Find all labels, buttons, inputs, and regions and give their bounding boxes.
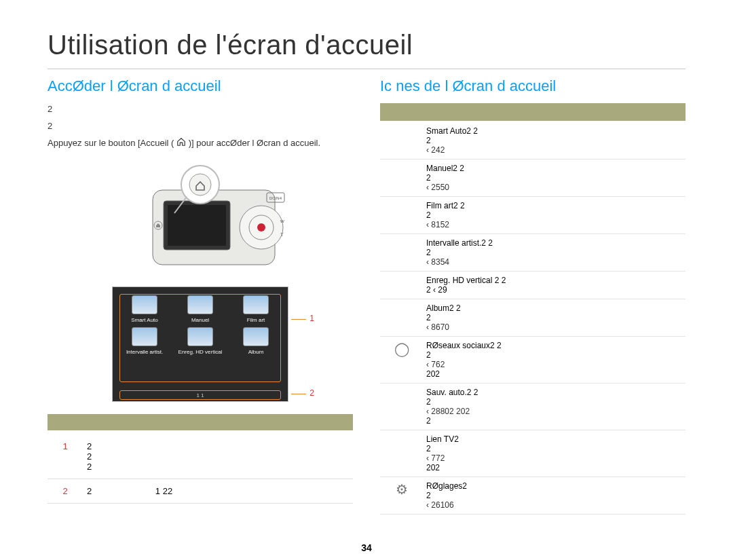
device-illustration: DCIN4 w T: [48, 163, 353, 278]
left-heading: AccØder l Øcran d accueil: [48, 77, 353, 95]
mode-icon: [380, 430, 424, 477]
mode-description: Album2 22‹ 8670: [424, 299, 685, 337]
mode-description: Manuel2 22‹ 2550: [424, 160, 685, 197]
svg-text:DCIN4: DCIN4: [269, 196, 282, 200]
right-heading: Ic nes de l Øcran d accueil: [380, 77, 685, 95]
mode-description: RØglages22‹ 26106: [424, 477, 685, 515]
annotation: 1: [309, 314, 314, 323]
instr-prefix: Appuyez sur le bouton [Accueil (: [48, 138, 174, 148]
mode-description: Enreg. HD vertical 2 22 ‹ 29: [424, 272, 685, 299]
left-column: AccØder l Øcran d accueil 2 2 Appuyez su…: [48, 77, 353, 515]
mode-icon: ◯: [380, 337, 424, 384]
instr-suffix: )] pour accØder l Øcran d accueil.: [189, 138, 320, 148]
icon-row: Album2 22‹ 8670: [380, 299, 685, 337]
icon-row: ⚙RØglages22‹ 26106: [380, 477, 685, 515]
icon-row: Enreg. HD vertical 2 22 ‹ 29: [380, 272, 685, 299]
icon-row: Intervalle artist.2 22‹ 8354: [380, 234, 685, 272]
mode-description: Intervalle artist.2 22‹ 8354: [424, 234, 685, 272]
annotation: 2: [309, 388, 314, 398]
page-title: Utilisation de l'écran d'accueil: [48, 30, 685, 69]
mode-icon: [380, 197, 424, 234]
callout-table: 1 2 2 2 2 2 1 22: [48, 434, 353, 504]
icon-row: Film art2 22‹ 8152: [380, 197, 685, 234]
icon-row: ◯RØseaux sociaux2 22‹ 762202: [380, 337, 685, 384]
mode-description: Smart Auto2 22‹ 242: [424, 122, 685, 160]
mode-icon: [380, 299, 424, 337]
svg-point-12: [189, 174, 211, 195]
svg-text:w: w: [280, 218, 284, 224]
icon-row: Manuel2 22‹ 2550: [380, 160, 685, 197]
icon-row: Smart Auto2 22‹ 242: [380, 122, 685, 160]
mode-icon: ⚙: [380, 477, 424, 515]
mode-description: Film art2 22‹ 8152: [424, 197, 685, 234]
text-line: 2: [48, 120, 353, 133]
mode-icon: [380, 384, 424, 430]
mode-description: Lien TV22‹ 772202: [424, 430, 685, 477]
page-number: 34: [0, 542, 733, 553]
mode-icon: [380, 272, 424, 299]
home-screen-preview: Smart Auto Manuel Film art Intervalle ar…: [112, 286, 288, 402]
callout-number: 1: [48, 434, 83, 479]
right-column: Ic nes de l Øcran d accueil Smart Auto2 …: [380, 77, 685, 515]
icon-row: Sauv. auto.2 22‹ 28802 2022: [380, 384, 685, 430]
text-line: 2: [48, 103, 353, 116]
mode-description: RØseaux sociaux2 22‹ 762202: [424, 337, 685, 384]
svg-text:T: T: [280, 231, 284, 238]
icon-row: Lien TV22‹ 772202: [380, 430, 685, 477]
home-icon: [176, 137, 186, 151]
mode-icon: [380, 122, 424, 160]
mode-icon: [380, 234, 424, 272]
callout-number: 2: [48, 479, 83, 503]
icon-table: Smart Auto2 22‹ 242Manuel2 22‹ 2550Film …: [380, 122, 685, 515]
instruction: Appuyez sur le bouton [Accueil ( )] pour…: [48, 137, 353, 151]
table-header-band: [48, 414, 353, 430]
mode-description: Sauv. auto.2 22‹ 28802 2022: [424, 384, 685, 430]
mode-icon: [380, 160, 424, 197]
icon-table-header: [380, 103, 685, 121]
svg-point-5: [257, 223, 265, 231]
